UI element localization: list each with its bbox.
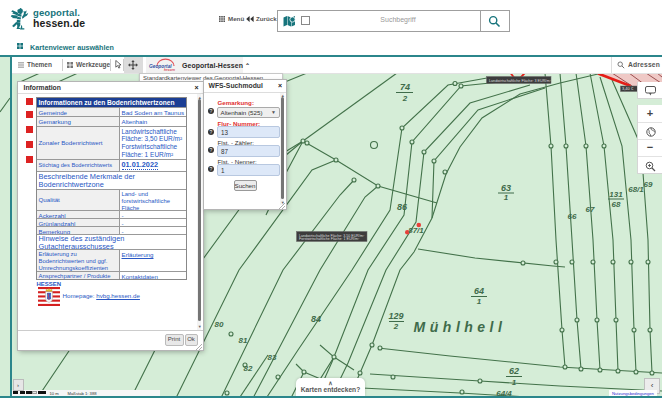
- svg-text:87/1: 87/1: [408, 226, 424, 235]
- svg-text:68/1: 68/1: [628, 185, 644, 194]
- svg-text:Mühlhell: Mühlhell: [414, 319, 507, 335]
- svg-text:1: 1: [477, 297, 482, 306]
- svg-text:131: 131: [609, 190, 623, 199]
- svg-text:74: 74: [400, 82, 410, 92]
- svg-text:82: 82: [244, 364, 253, 373]
- svg-text:129: 129: [388, 311, 403, 321]
- svg-text:69: 69: [644, 180, 653, 189]
- svg-text:68: 68: [612, 200, 621, 209]
- svg-text:66: 66: [568, 212, 577, 221]
- svg-text:2: 2: [393, 322, 399, 331]
- svg-text:63: 63: [501, 183, 511, 193]
- svg-text:67: 67: [586, 205, 595, 214]
- svg-text:hessen: hessen: [164, 68, 175, 71]
- svg-text:2: 2: [402, 94, 408, 103]
- svg-text:80: 80: [215, 320, 224, 329]
- svg-text:84: 84: [311, 314, 321, 324]
- svg-text:86: 86: [397, 202, 408, 212]
- svg-text:62: 62: [509, 366, 519, 376]
- svg-text:81: 81: [239, 336, 248, 345]
- svg-text:Forstwirtschaftliche Fläche: 1: Forstwirtschaftliche Fläche: 1 EUR/m²: [299, 237, 360, 241]
- svg-text:3,40 €: 3,40 €: [622, 86, 634, 91]
- svg-text:83: 83: [268, 353, 277, 362]
- svg-text:1: 1: [512, 378, 517, 387]
- svg-text:Landwirtschaftliche Fläche: 3: Landwirtschaftliche Fläche: 3 EUR/m²: [489, 79, 551, 83]
- svg-text:1: 1: [504, 193, 509, 202]
- svg-text:64: 64: [474, 286, 484, 296]
